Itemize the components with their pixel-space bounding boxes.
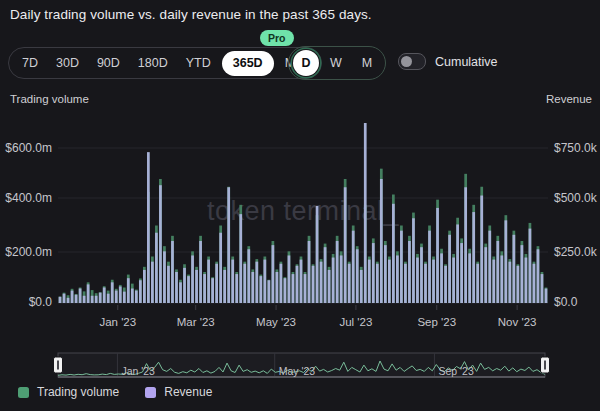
navigator-right-handle[interactable] <box>541 357 550 373</box>
svg-text:May '23: May '23 <box>279 365 316 377</box>
legend-label: Trading volume <box>37 385 119 399</box>
svg-text:Sep '23: Sep '23 <box>417 316 456 328</box>
cumulative-toggle[interactable] <box>398 53 426 70</box>
right-axis-ticks: $750.0k$500.0k$250.0k$0.0 <box>554 141 598 309</box>
svg-text:Jul '23: Jul '23 <box>339 316 372 328</box>
range-option-7d[interactable]: 7D <box>13 49 47 77</box>
svg-text:$750.0k: $750.0k <box>554 141 598 155</box>
navigator-chart[interactable]: Jan '23May '23Sep '23 <box>0 347 600 385</box>
left-axis-title: Trading volume <box>10 93 89 105</box>
granularity-option-day[interactable]: D <box>293 50 319 76</box>
svg-text:Nov '23: Nov '23 <box>498 316 537 328</box>
navigator-left-handle[interactable] <box>54 357 63 373</box>
svg-text:Mar '23: Mar '23 <box>177 316 215 328</box>
chart-legend: Trading volume Revenue <box>18 385 212 399</box>
svg-text:May '23: May '23 <box>256 316 296 328</box>
svg-text:$0.0: $0.0 <box>554 295 578 309</box>
granularity-selector: D W M <box>288 46 386 80</box>
legend-label: Revenue <box>164 385 212 399</box>
pro-badge: Pro <box>260 30 294 46</box>
svg-text:$0.0: $0.0 <box>29 295 53 309</box>
svg-text:$600.0m: $600.0m <box>5 141 52 155</box>
svg-text:Sep '23: Sep '23 <box>438 365 473 377</box>
right-axis-title: Revenue <box>546 93 592 105</box>
page-title: Daily trading volume vs. daily revenue i… <box>10 7 372 22</box>
svg-text:Jan '23: Jan '23 <box>121 365 155 377</box>
legend-item-trading-volume[interactable]: Trading volume <box>18 385 119 399</box>
toggle-knob-icon <box>401 56 412 67</box>
range-option-90d[interactable]: 90D <box>88 49 129 77</box>
main-chart[interactable]: token terminal_$600.0m$400.0m$200.0m$0.0… <box>0 110 600 345</box>
range-option-ytd[interactable]: YTD <box>177 49 220 77</box>
cumulative-control: Cumulative <box>398 53 498 70</box>
range-option-30d[interactable]: 30D <box>47 49 88 77</box>
granularity-option-month[interactable]: M <box>352 56 382 70</box>
watermark: token terminal_ <box>207 196 400 226</box>
legend-item-revenue[interactable]: Revenue <box>145 385 212 399</box>
x-axis-ticks: Jan '23Mar '23May '23Jul '23Sep '23Nov '… <box>99 305 536 328</box>
svg-text:$400.0m: $400.0m <box>5 191 52 205</box>
cumulative-label: Cumulative <box>435 55 498 69</box>
trading-volume-swatch-icon <box>18 387 29 398</box>
svg-text:$250.0k: $250.0k <box>554 245 598 259</box>
revenue-swatch-icon <box>145 387 156 398</box>
granularity-option-week[interactable]: W <box>320 56 352 70</box>
svg-text:$200.0m: $200.0m <box>5 245 52 259</box>
range-option-365d[interactable]: 365D <box>222 51 274 76</box>
left-axis-ticks: $600.0m$400.0m$200.0m$0.0 <box>5 141 52 309</box>
range-option-180d[interactable]: 180D <box>129 49 177 77</box>
svg-text:$500.0k: $500.0k <box>554 191 598 205</box>
svg-text:Jan '23: Jan '23 <box>99 316 136 328</box>
time-range-selector: 7D 30D 90D 180D YTD 365D Max <box>8 47 322 79</box>
